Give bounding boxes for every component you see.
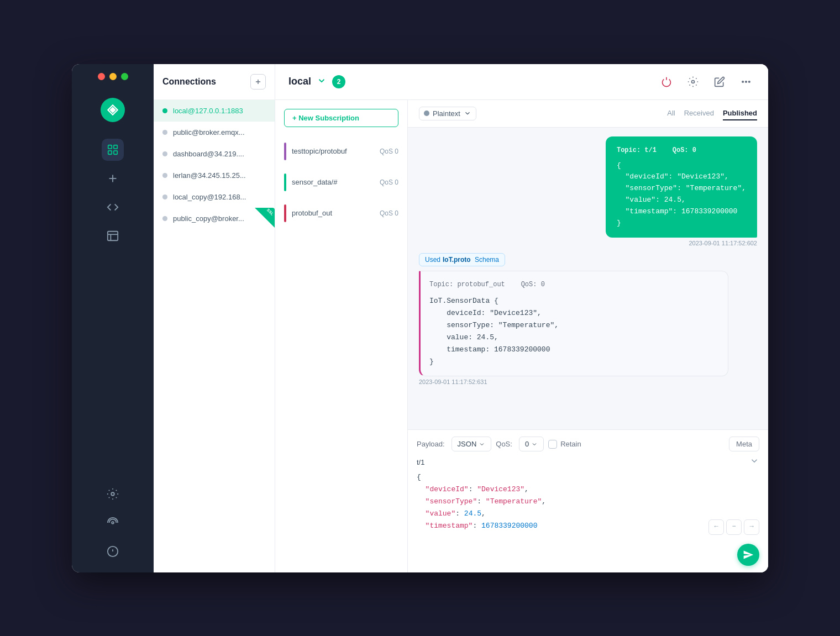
- meta-button[interactable]: Meta: [729, 437, 759, 451]
- subscription-topic: testtopic/protobuf: [292, 147, 374, 155]
- sidebar-item-add[interactable]: [102, 167, 124, 190]
- payload-label: Payload:: [417, 440, 445, 448]
- payload-format-selector[interactable]: JSON: [452, 437, 492, 451]
- send-button[interactable]: [737, 544, 759, 566]
- subscription-item-sensor-data[interactable]: sensor_data/# QoS 0: [275, 167, 407, 198]
- sidebar-item-settings[interactable]: [102, 483, 124, 505]
- app-window: Connections local@127.0.0.1:1883 public@…: [72, 64, 768, 572]
- connection-item-local[interactable]: local@127.0.0.1:1883: [154, 100, 275, 122]
- arrow-minus-button[interactable]: −: [726, 519, 742, 535]
- settings-button[interactable]: [684, 73, 702, 91]
- maximize-dot[interactable]: [121, 73, 128, 80]
- schema-badge: Used IoT.proto Schema: [419, 253, 505, 266]
- message-content: { "deviceId": "Device123", "sensorType":…: [617, 160, 746, 229]
- connection-label: public@broker.emqx...: [173, 128, 245, 136]
- power-button[interactable]: [658, 73, 675, 91]
- payload-indent: [417, 509, 426, 518]
- svg-point-18: [742, 81, 744, 82]
- content-area: + New Subscription testtopic/protobuf Qo…: [275, 100, 768, 572]
- topic-row: [417, 456, 759, 468]
- compose-toolbar: Payload: JSON QoS: 0: [417, 437, 759, 451]
- sidebar-item-data[interactable]: [102, 225, 124, 247]
- titlebar: [98, 73, 128, 89]
- subscription-qos: QoS 0: [380, 178, 398, 186]
- subscription-topic: sensor_data/#: [292, 178, 374, 186]
- edit-button[interactable]: [711, 73, 728, 91]
- svg-rect-4: [114, 150, 117, 154]
- subscription-qos: QoS 0: [380, 209, 398, 217]
- arrow-right-button[interactable]: →: [744, 519, 759, 535]
- minimize-dot[interactable]: [109, 73, 117, 80]
- received-topic-line: Topic: protobuf_out QoS: 0: [429, 279, 719, 290]
- sidebar-item-info[interactable]: [102, 540, 124, 563]
- editor-nav-arrows: ← − →: [708, 519, 759, 535]
- message-timestamp: 2023-09-01 11:17:52:631: [419, 379, 728, 385]
- status-indicator-online: [162, 108, 167, 113]
- message-timestamp: 2023-09-01 11:17:52:602: [606, 240, 757, 246]
- sidebar-item-subscribe[interactable]: [102, 512, 124, 534]
- qos-selector[interactable]: 0: [519, 437, 544, 451]
- payload-format-value: JSON: [458, 440, 477, 448]
- svg-point-10: [111, 492, 114, 496]
- retain-checkbox[interactable]: Retain: [548, 440, 581, 449]
- message-topic-line: Topic: t/1 QoS: 0: [617, 145, 746, 156]
- retain-check-indicator: [548, 440, 557, 449]
- status-indicator-offline: [162, 130, 167, 135]
- subscription-color-indicator: [284, 204, 286, 222]
- payload-indent: [417, 522, 426, 530]
- payload-key: "value": [426, 509, 456, 518]
- close-dot[interactable]: [98, 73, 105, 80]
- topic-input[interactable]: [417, 458, 749, 466]
- subscription-item-testtopic[interactable]: testtopic/protobuf QoS 0: [275, 136, 407, 167]
- top-bar: local 2: [275, 64, 768, 100]
- subscription-topic: protobuf_out: [292, 209, 374, 217]
- connection-item-dashboard[interactable]: dashboard@34.219....: [154, 143, 275, 165]
- connection-item-local-copy[interactable]: local_copy@192.168...: [154, 186, 275, 208]
- subscription-qos: QoS 0: [380, 148, 398, 155]
- arrow-left-button[interactable]: ←: [708, 519, 724, 535]
- app-logo: [101, 98, 125, 122]
- svg-point-17: [692, 80, 695, 83]
- status-indicator-offline: [162, 195, 167, 199]
- status-indicator-offline: [162, 216, 167, 221]
- qos-value: 0: [525, 440, 529, 448]
- subscriptions-panel: + New Subscription testtopic/protobuf Qo…: [275, 100, 408, 572]
- subscription-color-indicator: [284, 143, 286, 160]
- messages-area: Plaintext All Received Published: [408, 100, 768, 572]
- received-bubble: Topic: protobuf_out QoS: 0 IoT.SensorDat…: [419, 271, 728, 376]
- message-item-received: Used IoT.proto Schema Topic: protobuf_ou…: [419, 253, 728, 385]
- top-bar-left: local 2: [288, 75, 345, 88]
- svg-rect-2: [114, 145, 117, 148]
- payload-string-value: "Device123": [477, 485, 524, 493]
- filter-tabs: All Received Published: [667, 107, 757, 120]
- connections-title: Connections: [162, 77, 216, 87]
- connection-item-lerlan[interactable]: lerlan@34.245.15.25...: [154, 165, 275, 186]
- messages-header: Plaintext All Received Published: [408, 100, 768, 128]
- format-dot: [424, 111, 429, 116]
- sidebar-item-connections[interactable]: [102, 139, 124, 161]
- messages-list: Topic: t/1 QoS: 0 { "deviceId": "Device1…: [408, 128, 768, 430]
- payload-number-value: 1678339200000: [481, 522, 537, 530]
- format-selector[interactable]: Plaintext: [419, 107, 476, 120]
- payload-editor-area: { "deviceId": "Device123", "sensorType":…: [417, 471, 759, 532]
- more-button[interactable]: [737, 73, 755, 91]
- tab-received[interactable]: Received: [684, 107, 714, 120]
- connections-header: Connections: [154, 64, 275, 100]
- tab-published[interactable]: Published: [723, 107, 757, 120]
- chevron-down-icon[interactable]: [317, 76, 327, 88]
- svg-point-0: [111, 108, 115, 112]
- tab-all[interactable]: All: [667, 107, 675, 120]
- sidebar-item-code[interactable]: [102, 196, 124, 218]
- format-label: Plaintext: [433, 109, 460, 118]
- connection-item-public[interactable]: public@broker.emqx...: [154, 122, 275, 143]
- connection-item-public-copy[interactable]: public_copy@broker... SSL: [154, 208, 275, 229]
- payload-indent: [417, 485, 426, 493]
- published-bubble: Topic: t/1 QoS: 0 { "deviceId": "Device1…: [606, 136, 757, 238]
- connection-label: public_copy@broker...: [173, 214, 244, 223]
- svg-rect-3: [108, 150, 112, 154]
- add-connection-button[interactable]: [250, 74, 266, 90]
- subscription-item-protobuf-out[interactable]: protobuf_out QoS 0: [275, 198, 407, 229]
- collapse-button[interactable]: [749, 456, 759, 468]
- new-subscription-button[interactable]: + New Subscription: [284, 109, 398, 127]
- connection-count-badge: 2: [332, 75, 345, 88]
